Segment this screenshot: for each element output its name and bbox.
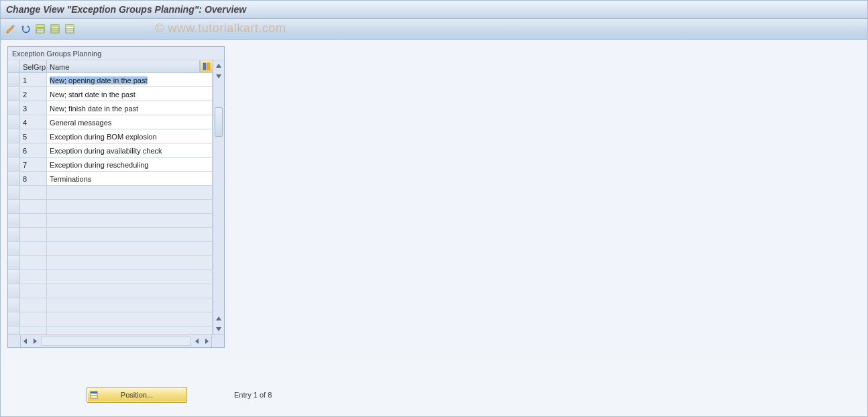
cell-name[interactable]: Exception during availability check <box>47 143 213 157</box>
table-row-empty[interactable] <box>8 326 213 335</box>
row-marker[interactable] <box>8 298 20 312</box>
row-marker[interactable] <box>8 270 20 284</box>
hscroll-right2-icon[interactable] <box>202 337 211 346</box>
col-header-name[interactable]: Name <box>47 60 200 72</box>
hscroll-track[interactable] <box>41 337 191 346</box>
table-row-empty[interactable] <box>8 242 213 256</box>
cell-name[interactable]: New; finish date in the past <box>47 101 213 115</box>
row-marker[interactable] <box>8 101 20 115</box>
cell-name-text: General messages <box>50 119 111 127</box>
svg-rect-18 <box>91 395 97 396</box>
table-row-empty[interactable] <box>8 200 213 214</box>
cell-selgrp: 8 <box>20 172 47 185</box>
cell-selgrp: 3 <box>20 101 47 115</box>
cell-name[interactable] <box>47 312 213 326</box>
table-row[interactable]: 2New; start date in the past <box>8 87 213 101</box>
table-row-empty[interactable] <box>8 228 213 242</box>
vertical-scrollbar[interactable] <box>213 60 224 335</box>
cell-name-text: New; start date in the past <box>50 91 135 99</box>
table-row-empty[interactable] <box>8 312 213 326</box>
row-marker[interactable] <box>8 87 20 101</box>
table-row-empty[interactable] <box>8 256 213 270</box>
cell-name[interactable] <box>47 200 213 213</box>
svg-rect-17 <box>91 392 97 394</box>
row-marker[interactable] <box>8 172 20 185</box>
table-row[interactable]: 7Exception during rescheduling <box>8 158 213 172</box>
cell-name[interactable] <box>47 214 213 227</box>
row-marker[interactable] <box>8 312 20 326</box>
hscroll-left2-icon[interactable] <box>193 337 202 346</box>
row-marker[interactable] <box>8 73 20 86</box>
table-copy-icon[interactable] <box>49 23 61 35</box>
scroll-thumb[interactable] <box>215 107 223 137</box>
row-marker[interactable] <box>8 256 20 270</box>
scroll-up-small-icon[interactable] <box>214 314 223 323</box>
table-row[interactable]: 1New; opening date in the past <box>8 73 213 87</box>
row-marker[interactable] <box>8 115 20 129</box>
table-row-empty[interactable] <box>8 298 213 312</box>
cell-name[interactable]: New; start date in the past <box>47 87 213 101</box>
row-marker[interactable] <box>8 143 20 157</box>
cell-name[interactable] <box>47 256 213 270</box>
cell-selgrp: 4 <box>20 115 47 129</box>
position-button[interactable]: Position... <box>87 387 187 403</box>
grid-main: SelGrp Name 1New; opening date in the pa… <box>8 60 213 335</box>
row-marker[interactable] <box>8 158 20 171</box>
scroll-track[interactable] <box>213 82 224 313</box>
row-marker[interactable] <box>8 228 20 241</box>
table-row-empty[interactable] <box>8 214 213 228</box>
configure-columns-icon[interactable] <box>200 60 213 72</box>
cell-name[interactable] <box>47 228 213 241</box>
col-header-selgrp[interactable]: SelGrp <box>20 60 47 72</box>
table-row[interactable]: 3New; finish date in the past <box>8 101 213 115</box>
table-select-icon[interactable] <box>34 23 46 35</box>
hscroll-left-icon[interactable] <box>21 337 30 346</box>
cell-name[interactable] <box>47 270 213 284</box>
table-row[interactable]: 5Exception during BOM explosion <box>8 129 213 143</box>
cell-name[interactable] <box>47 186 213 199</box>
cell-name[interactable] <box>47 284 213 298</box>
cell-name[interactable] <box>47 242 213 255</box>
hscroll-left-group <box>21 337 40 346</box>
row-marker[interactable] <box>8 214 20 227</box>
row-marker[interactable] <box>8 129 20 143</box>
table-row[interactable]: 4General messages <box>8 115 213 129</box>
table-deselect-icon[interactable] <box>64 23 76 35</box>
hscroll-corner <box>211 335 224 347</box>
edit-pencil-icon[interactable] <box>5 23 17 35</box>
cell-name[interactable]: Exception during BOM explosion <box>47 129 213 143</box>
table-row[interactable]: 8Terminations <box>8 172 213 186</box>
cell-name[interactable]: Terminations <box>47 172 213 185</box>
cell-name[interactable]: New; opening date in the past <box>47 73 213 86</box>
table-row[interactable]: 6Exception during availability check <box>8 143 213 158</box>
cell-name[interactable]: Exception during rescheduling <box>47 158 213 171</box>
scroll-down-small-icon[interactable] <box>214 72 223 81</box>
col-header-marker[interactable] <box>8 60 20 72</box>
undo-icon[interactable] <box>19 23 32 35</box>
cell-name[interactable] <box>47 298 213 312</box>
cell-selgrp: 6 <box>20 143 47 157</box>
row-marker[interactable] <box>8 186 20 199</box>
cell-selgrp <box>20 200 47 213</box>
row-marker[interactable] <box>8 242 20 255</box>
row-marker[interactable] <box>8 200 20 213</box>
watermark-text: © www.tutorialkart.com <box>155 21 286 36</box>
cell-name[interactable]: General messages <box>47 115 213 129</box>
position-button-label: Position... <box>121 391 153 399</box>
scroll-down-icon[interactable] <box>214 324 223 334</box>
table-row-empty[interactable] <box>8 186 213 200</box>
cell-name-text: New; opening date in the past <box>50 76 148 84</box>
table-row-empty[interactable] <box>8 270 213 284</box>
cell-selgrp <box>20 326 47 335</box>
row-marker[interactable] <box>8 284 20 298</box>
scroll-up-icon[interactable] <box>214 61 223 70</box>
cell-name-text: Exception during availability check <box>50 147 162 155</box>
hscroll-right-icon[interactable] <box>30 337 40 346</box>
cell-name[interactable] <box>47 326 213 335</box>
row-marker[interactable] <box>8 326 20 335</box>
horizontal-scrollbar[interactable] <box>8 335 224 347</box>
toolbar: © www.tutorialkart.com <box>1 19 867 40</box>
table-row-empty[interactable] <box>8 284 213 298</box>
cell-name-text: Terminations <box>50 175 91 183</box>
panel-title: Exception Groups Planning <box>8 47 224 60</box>
